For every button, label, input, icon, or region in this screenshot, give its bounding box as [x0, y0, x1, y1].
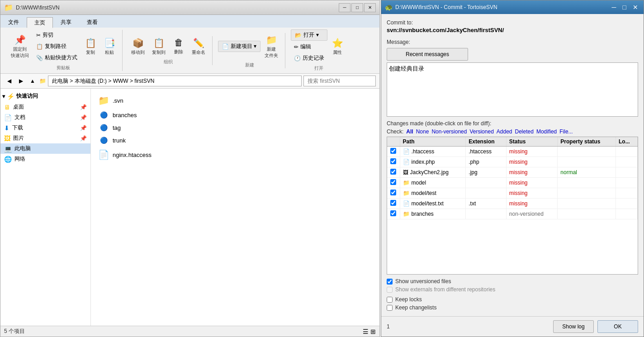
- copy-button[interactable]: 📋 复制: [81, 36, 99, 57]
- back-button[interactable]: ◀: [4, 76, 14, 86]
- close-button[interactable]: ✕: [364, 3, 376, 12]
- move-to-button[interactable]: 📦 移动到: [128, 36, 148, 57]
- show-externals-checkbox: [387, 287, 393, 293]
- row-checkbox-6[interactable]: [390, 210, 396, 216]
- row-file-icon: 📄: [403, 148, 410, 155]
- forward-button[interactable]: ▶: [16, 76, 26, 86]
- view-details-button[interactable]: ☰: [363, 328, 369, 335]
- copy-to-button[interactable]: 📋 复制到: [149, 36, 169, 57]
- show-unversioned-checkbox[interactable]: [387, 279, 393, 285]
- path-icon: 📁: [39, 78, 46, 84]
- row-checkbox-5[interactable]: [390, 200, 396, 206]
- file-item-svn[interactable]: 📁 .svn: [95, 92, 376, 109]
- dialog-close-button[interactable]: ✕: [631, 4, 640, 11]
- filter-deleted[interactable]: Deleted: [515, 128, 534, 135]
- row-lock-cell: [616, 157, 637, 167]
- sidebar-item-downloads[interactable]: ⬇ 下载 📌: [0, 123, 90, 133]
- delete-button[interactable]: 🗑 删除: [170, 36, 188, 57]
- tab-view[interactable]: 查看: [79, 17, 105, 28]
- new-folder-button[interactable]: 📁 新建文件夹: [261, 33, 281, 60]
- row-checkbox-1[interactable]: [390, 158, 396, 164]
- tab-file[interactable]: 文件: [0, 17, 27, 28]
- rename-button[interactable]: ✏️ 重命名: [189, 36, 208, 57]
- edit-button[interactable]: ✏ 编辑: [291, 42, 327, 52]
- col-extension[interactable]: Extension: [466, 137, 507, 147]
- svn-folder-icon: 📁: [98, 95, 109, 106]
- table-row[interactable]: 📁 model missing: [387, 178, 638, 188]
- file-item-htaccess[interactable]: 📄 nginx.htaccess: [95, 147, 376, 163]
- col-lock[interactable]: Lo...: [616, 137, 637, 147]
- dialog-minimize-button[interactable]: ─: [610, 4, 618, 11]
- dialog-maximize-button[interactable]: □: [621, 4, 628, 11]
- new-label: 新建: [245, 60, 254, 68]
- organize-items: 📦 移动到 📋 复制到 🗑 删除 ✏️ 重命名: [128, 36, 208, 57]
- history-button[interactable]: 🕐 历史记录: [291, 53, 327, 63]
- col-status[interactable]: Status: [506, 137, 557, 147]
- sidebar-item-downloads-label: 下载: [12, 124, 23, 132]
- search-input[interactable]: [303, 76, 376, 86]
- address-input[interactable]: [48, 76, 302, 86]
- table-row[interactable]: 📁 model/test missing: [387, 188, 638, 199]
- branches-svn-icon: 🔵: [98, 111, 109, 119]
- changes-table-container: Path Extension Status Property status Lo…: [387, 137, 638, 275]
- row-checkbox-2[interactable]: [390, 169, 396, 175]
- recent-messages-button[interactable]: Recent messages: [387, 48, 468, 61]
- filter-file[interactable]: File...: [559, 128, 573, 135]
- row-status-cell: missing: [506, 157, 557, 167]
- view-grid-button[interactable]: ⊞: [370, 328, 376, 335]
- sidebar-item-documents[interactable]: 📄 文档 📌: [0, 112, 90, 123]
- row-path-cell: 📁 model: [400, 178, 466, 188]
- show-log-button[interactable]: Show log: [553, 320, 594, 333]
- row-checkbox-3[interactable]: [390, 179, 396, 185]
- sidebar-item-desktop-label: 桌面: [13, 103, 24, 111]
- open-dropdown-button[interactable]: 📂 打开 ▾: [291, 29, 327, 41]
- table-row[interactable]: 📄 index.php .php missing: [387, 157, 638, 167]
- table-row[interactable]: 📄 .htaccess .htaccess missing: [387, 147, 638, 157]
- table-row[interactable]: 📄 model/test.txt .txt missing: [387, 199, 638, 209]
- quick-access-header[interactable]: ▾ ⚡ 快速访问: [0, 90, 90, 102]
- sidebar-item-desktop[interactable]: 🖥 桌面 📌: [0, 102, 90, 112]
- paste-button[interactable]: 📑 粘贴: [100, 36, 118, 57]
- col-property-status[interactable]: Property status: [558, 137, 616, 147]
- col-path[interactable]: Path: [400, 137, 466, 147]
- sidebar-item-this-computer[interactable]: 💻 此电脑: [0, 143, 90, 154]
- row-path-text: .htaccess: [412, 148, 435, 155]
- keep-changelists-checkbox[interactable]: [387, 305, 393, 311]
- maximize-button[interactable]: □: [351, 3, 363, 12]
- sidebar-item-pictures[interactable]: 🖼 图片 📌: [0, 133, 90, 143]
- dialog-title-bar: 🐢 D:\WWW\firstSVN - Commit - TortoiseSVN…: [381, 0, 644, 14]
- filter-all[interactable]: All: [406, 128, 413, 135]
- row-property-cell: [558, 157, 616, 167]
- row-checkbox-0[interactable]: [390, 148, 396, 154]
- pin-indicator-3: 📌: [80, 125, 87, 131]
- up-button[interactable]: ▲: [28, 76, 38, 86]
- pin-quick-access-button[interactable]: 📌 固定到快速访问: [8, 33, 32, 60]
- filter-added[interactable]: Added: [497, 128, 512, 135]
- paste-shortcut-button[interactable]: 📎 粘贴快捷方式: [33, 52, 80, 63]
- filter-none[interactable]: None: [416, 128, 429, 135]
- tab-home[interactable]: 主页: [27, 17, 53, 28]
- show-unversioned-label: Show unversioned files: [395, 278, 451, 285]
- filter-modified[interactable]: Modified: [536, 128, 557, 135]
- new-item-dropdown-button[interactable]: 📄 新建项目 ▾: [218, 41, 260, 52]
- row-lock-cell: [616, 167, 637, 178]
- sidebar-item-network[interactable]: 🌐 网络: [0, 154, 90, 164]
- message-textarea[interactable]: 创建经典目录: [387, 62, 638, 117]
- tab-share[interactable]: 共享: [53, 17, 79, 28]
- table-row[interactable]: 🖼 JackyChen2.jpg .jpg missing normal: [387, 167, 638, 178]
- cut-button[interactable]: ✂ 剪切: [33, 30, 80, 40]
- minimize-button[interactable]: ─: [339, 3, 350, 12]
- table-row[interactable]: 📁 branches non-versioned: [387, 209, 638, 219]
- row-checkbox-4[interactable]: [390, 190, 396, 195]
- file-item-branches[interactable]: 🔵 branches: [95, 109, 376, 121]
- pin-indicator-2: 📌: [80, 114, 87, 121]
- row-path-text: model/test: [412, 190, 436, 196]
- filter-non-versioned[interactable]: Non-versioned: [431, 128, 467, 135]
- file-item-trunk[interactable]: 🔵 trunk: [95, 134, 376, 147]
- properties-button[interactable]: ⭐ 属性: [328, 36, 346, 57]
- copy-path-button[interactable]: 📋 复制路径: [33, 41, 80, 52]
- ok-button[interactable]: OK: [597, 320, 638, 333]
- file-item-tag[interactable]: 🔵 tag: [95, 121, 376, 134]
- keep-locks-checkbox[interactable]: [387, 297, 393, 303]
- filter-versioned[interactable]: Versioned: [469, 128, 493, 135]
